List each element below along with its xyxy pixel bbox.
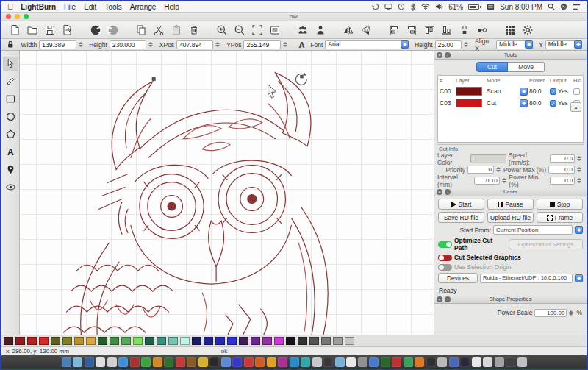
cut-layer-row[interactable]: C00Scan80.0✓Yes [438, 85, 583, 97]
dock-app-icon[interactable] [335, 357, 345, 367]
palette-color-swatch[interactable] [321, 337, 331, 345]
palette-color-swatch[interactable] [4, 337, 13, 345]
dock-app-icon[interactable] [278, 357, 287, 367]
volume-icon[interactable] [435, 3, 443, 10]
select-tool-button[interactable] [3, 57, 18, 71]
palette-color-swatch[interactable] [121, 337, 131, 345]
font-dropdown-icon[interactable] [401, 40, 409, 49]
copy-button[interactable] [132, 23, 150, 38]
text-tool-button[interactable]: A [3, 145, 18, 159]
dock-app-icon[interactable] [392, 357, 401, 367]
use-selection-origin-toggle[interactable] [438, 264, 452, 271]
laser-panel-detach-button[interactable]: ◦ [445, 189, 451, 195]
dock-app-icon[interactable] [358, 357, 368, 367]
dock-app-icon[interactable] [301, 357, 310, 367]
palette-color-swatch[interactable] [51, 337, 60, 345]
dock-app-icon[interactable] [176, 357, 185, 367]
cuts-panel-detach-button[interactable]: ◦ [445, 52, 451, 58]
siri-icon[interactable] [560, 3, 567, 10]
cut-button[interactable] [150, 23, 168, 38]
distribute-v-button[interactable] [456, 23, 473, 38]
palette-color-swatch[interactable] [298, 337, 307, 345]
zoom-in-button[interactable] [213, 23, 231, 38]
ellipse-tool-button[interactable] [3, 110, 18, 124]
dock-app-icon[interactable] [267, 357, 276, 367]
palette-color-swatch[interactable] [274, 337, 284, 345]
shape-panel-close-button[interactable]: × [437, 296, 442, 302]
dock-app-icon[interactable] [323, 357, 333, 367]
dock-app-icon[interactable] [153, 357, 162, 367]
clock-icon[interactable] [398, 3, 405, 10]
dock-trash-icon[interactable] [517, 357, 527, 367]
tab-move[interactable]: Move [508, 62, 545, 72]
palette-color-swatch[interactable] [192, 337, 201, 345]
align-x-dropdown-icon[interactable] [525, 40, 533, 49]
save-rd-file-button[interactable]: Save RD file [438, 212, 484, 223]
upload-rd-file-button[interactable]: Upload RD file [487, 212, 534, 223]
width-input[interactable]: 139.389 [39, 40, 76, 49]
file-new-button[interactable] [6, 23, 24, 38]
dock-app-icon[interactable] [426, 357, 436, 367]
notification-center-icon[interactable] [573, 4, 581, 10]
menu-file[interactable]: File [64, 3, 76, 11]
tab-cut[interactable]: Cut [476, 62, 508, 72]
menu-help[interactable]: Help [164, 3, 179, 11]
cut-layer-row[interactable]: C03Cut80.0✓Yes [438, 97, 583, 109]
palette-color-swatch[interactable] [168, 337, 178, 345]
xpos-input[interactable]: 407.894 [176, 40, 213, 49]
align-x-select[interactable]: Middle [496, 40, 533, 49]
xpos-stepper[interactable] [215, 40, 220, 49]
dock-app-icon[interactable] [346, 357, 356, 367]
dock-app-icon[interactable] [244, 357, 254, 367]
dock-app-icon[interactable] [290, 357, 299, 367]
menu-lightburn[interactable]: LightBurn [21, 3, 56, 11]
dock-app-icon[interactable] [187, 357, 196, 367]
dock-app-icon[interactable] [141, 357, 151, 367]
person-button[interactable] [312, 23, 329, 38]
mode-dropdown-icon[interactable] [520, 99, 528, 107]
palette-color-swatch[interactable] [204, 337, 213, 345]
palette-color-swatch[interactable] [98, 337, 107, 345]
spotlight-icon[interactable] [548, 3, 555, 10]
menubar-clock[interactable]: Sun 8:09 PM [500, 3, 542, 11]
dock-app-icon[interactable] [85, 357, 94, 367]
dock-app-icon[interactable] [483, 357, 492, 367]
frame-button[interactable]: Frame [537, 212, 583, 223]
flip-vertical-button[interactable] [357, 23, 375, 38]
zoom-out-button[interactable] [231, 23, 248, 38]
hide-checkbox[interactable] [573, 88, 580, 95]
dock-app-icon[interactable] [460, 357, 470, 367]
power-scale-stepper[interactable] [569, 308, 574, 317]
time-machine-icon[interactable] [372, 3, 379, 10]
mode-dropdown-icon[interactable] [520, 88, 528, 96]
align-y-dropdown-icon[interactable] [574, 40, 582, 49]
interval-stepper[interactable] [502, 177, 507, 185]
palette-color-swatch[interactable] [239, 337, 248, 345]
dock-app-icon[interactable] [62, 357, 71, 367]
draw-tool-button[interactable] [3, 74, 18, 88]
menu-tools[interactable]: Tools [104, 3, 121, 11]
dock-app-icon[interactable] [198, 357, 208, 367]
dock-app-icon[interactable] [369, 357, 379, 367]
palette-color-swatch[interactable] [145, 337, 154, 345]
font-height-input[interactable]: 25.00 [435, 40, 462, 49]
apple-menu-icon[interactable]:  [7, 3, 13, 11]
dock-app-icon[interactable] [107, 357, 117, 367]
power-min-input[interactable]: 0.0 [550, 177, 575, 185]
palette-color-swatch[interactable] [345, 337, 354, 345]
dock-app-icon[interactable] [415, 357, 424, 367]
save-button[interactable] [41, 23, 59, 38]
palette-color-swatch[interactable] [262, 337, 272, 345]
align-left-button[interactable] [385, 23, 403, 38]
palette-color-swatch[interactable] [74, 337, 84, 345]
align-bottom-button[interactable] [438, 23, 456, 38]
bluetooth-icon[interactable] [410, 3, 416, 11]
start-from-dropdown-icon[interactable] [575, 226, 583, 234]
power-scale-input[interactable]: 100.00 [534, 309, 567, 317]
paste-button[interactable] [168, 23, 185, 38]
input-source-icon[interactable] [487, 4, 495, 10]
dock-app-icon[interactable] [130, 357, 140, 367]
speed-input[interactable]: 0.0 [550, 154, 575, 163]
font-select[interactable]: Arial [325, 40, 409, 49]
layer-color-swatch[interactable] [456, 99, 482, 107]
